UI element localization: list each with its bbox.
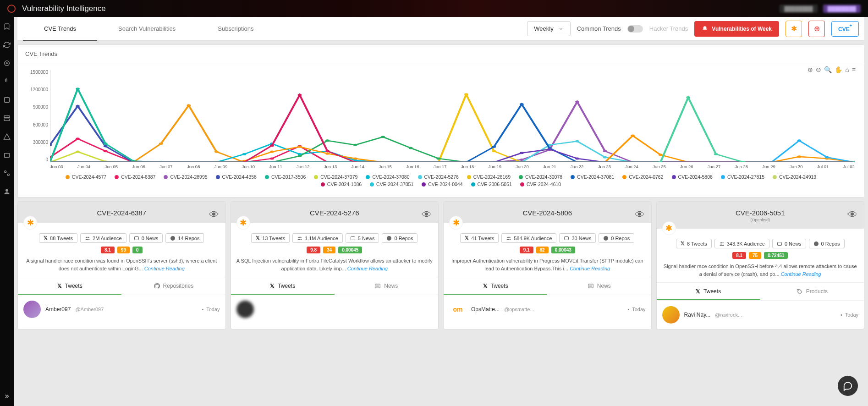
tab-cve-trends[interactable]: CVE Trends (23, 17, 97, 40)
vulnerabilities-of-week-button[interactable]: Vulnerabilities of Week (694, 21, 779, 37)
legend-item[interactable]: CVE-2024-5806 (672, 174, 713, 180)
legend-item[interactable]: CVE-2024-37080 (366, 174, 409, 180)
help-button[interactable] (838, 376, 858, 396)
tab-subscriptions[interactable]: Subscriptions (197, 17, 275, 40)
svg-point-114 (825, 156, 829, 159)
legend-item[interactable]: CVE-2017-3506 (265, 174, 306, 180)
continue-reading-link[interactable]: Continue Reading (570, 266, 610, 271)
audience-stat[interactable]: 343.3K Audience (714, 239, 769, 248)
feed-item[interactable]: Amber097@Amber097• Today (18, 295, 225, 324)
svg-point-94 (353, 157, 357, 159)
tweets-stat[interactable]: 𝕏13 Tweets (251, 233, 290, 243)
feed-item[interactable] (231, 295, 439, 324)
watch-icon[interactable]: 👁 (847, 209, 857, 221)
news-stat[interactable]: 0 News (772, 239, 806, 248)
audience-stat[interactable]: 2M Audience (80, 233, 126, 243)
hand-icon[interactable] (3, 77, 11, 86)
user-icon[interactable] (3, 187, 11, 196)
legend-item[interactable]: CVE-2024-1086 (321, 181, 362, 187)
repos-stat[interactable]: 14 Repos (165, 233, 204, 243)
refresh-icon[interactable] (3, 41, 11, 49)
svg-point-17 (76, 137, 80, 140)
card-tab-tweets[interactable]: 𝕏Tweets (231, 277, 335, 295)
cve-id: CVE-2024-6387 (23, 209, 220, 217)
news-stat[interactable]: 0 News (129, 233, 163, 243)
legend-item[interactable]: CVE-2024-27815 (721, 174, 764, 180)
legend-item[interactable]: CVE-2024-37079 (314, 174, 357, 180)
watch-icon[interactable]: 👁 (422, 209, 432, 221)
svg-point-1 (6, 63, 8, 64)
period-dropdown[interactable]: Weekly (527, 21, 570, 36)
audience-stat[interactable]: 1.1M Audience (292, 233, 343, 243)
trends-chart[interactable]: 150000012000009000006000003000000 Jun 03… (50, 70, 855, 170)
trends-toggle[interactable] (627, 25, 643, 33)
legend-item[interactable]: CVE-2006-5051 (471, 181, 512, 187)
svg-rect-4 (4, 119, 10, 121)
continue-reading-link[interactable]: Continue Reading (781, 271, 821, 277)
repos-stat[interactable]: 0 Repos (382, 233, 418, 243)
card-tab-news[interactable]: News (547, 277, 651, 295)
feed-item[interactable]: omOpsMatte...@opsmatte...• Today (444, 295, 651, 324)
plus-icon: ⊕ (814, 24, 820, 33)
legend-item[interactable]: CVE-2024-24919 (773, 174, 816, 180)
svg-point-34 (76, 105, 80, 107)
svg-point-6 (5, 171, 6, 173)
card-tab-products[interactable]: Products (760, 283, 864, 300)
layers-icon[interactable] (3, 96, 11, 104)
add-button[interactable]: ⊕ (808, 21, 825, 37)
user-name: Amber097 (45, 306, 71, 313)
legend-item[interactable]: CVE-2024-4577 (66, 174, 106, 180)
server-icon[interactable] (3, 114, 11, 122)
audience-stat[interactable]: 584.9K Audience (501, 233, 556, 243)
repos-stat[interactable]: 0 Repos (809, 239, 845, 248)
target-icon[interactable] (3, 59, 11, 67)
legend-item[interactable]: CVE-2024-37081 (571, 174, 614, 180)
legend-item[interactable]: CVE-2024-0762 (622, 174, 663, 180)
settings-icon[interactable] (3, 169, 11, 177)
legend-item[interactable]: CVE-2024-37051 (370, 181, 413, 187)
tweets-stat[interactable]: 𝕏41 Tweets (460, 233, 499, 243)
legend-item[interactable]: CVE-2024-4610 (520, 181, 561, 187)
legend-item[interactable]: CVE-2024-0044 (422, 181, 462, 187)
post-time: • Today (841, 312, 858, 318)
legend-item[interactable]: CVE-2024-28995 (164, 174, 207, 180)
news-stat[interactable]: 30 News (559, 233, 596, 243)
tab-search-vulnerabilities[interactable]: Search Vulnerabilities (97, 17, 197, 40)
expand-sidebar-icon[interactable] (3, 392, 11, 401)
tenant-pill[interactable]: ████████ (780, 5, 817, 13)
svg-point-61 (575, 140, 579, 143)
cve-plus-button[interactable]: CVE+ (831, 21, 859, 37)
continue-reading-link[interactable]: Continue Reading (144, 266, 185, 271)
legend-item[interactable]: CVE-2024-5276 (418, 174, 459, 180)
bug-button[interactable]: ✱ (786, 21, 802, 37)
user-handle: @Amber097 (75, 307, 104, 312)
bookmark-icon[interactable] (3, 22, 11, 31)
feed-item[interactable]: Ravi Nay...@ravirock...• Today (657, 300, 864, 329)
card-tab-tweets[interactable]: 𝕏Tweets (18, 277, 121, 295)
repos-stat[interactable]: 0 Repos (599, 233, 634, 243)
svg-point-8 (5, 189, 8, 192)
user-pill[interactable]: ████████ (823, 5, 861, 13)
watch-icon[interactable]: 👁 (209, 209, 219, 221)
card-tab-repositories[interactable]: Repositories (121, 277, 225, 295)
svg-point-113 (797, 139, 802, 142)
card-tab-tweets[interactable]: 𝕏Tweets (657, 283, 760, 300)
card-tab-news[interactable]: News (335, 277, 438, 295)
svg-rect-150 (565, 236, 569, 240)
svg-point-76 (381, 136, 385, 138)
card-stats: 𝕏41 Tweets584.9K Audience30 News0 Repos (444, 223, 651, 247)
legend-item[interactable]: CVE-2024-4358 (216, 174, 257, 180)
tweets-stat[interactable]: 𝕏88 Tweets (39, 233, 77, 243)
news-stat[interactable]: 5 News (346, 233, 379, 243)
card-header: CVE-2006-5051(Openbsd)👁✱ (657, 202, 864, 229)
legend-item[interactable]: CVE-2024-26169 (467, 174, 511, 180)
legend-item[interactable]: CVE-2024-30078 (519, 174, 562, 180)
card-stats: 𝕏13 Tweets1.1M Audience5 News0 Repos (231, 223, 439, 247)
tweets-stat[interactable]: 𝕏8 Tweets (676, 239, 712, 248)
continue-reading-link[interactable]: Continue Reading (347, 266, 388, 271)
legend-item[interactable]: CVE-2024-6387 (115, 174, 155, 180)
watch-icon[interactable]: 👁 (635, 209, 645, 221)
card-tab-tweets[interactable]: 𝕏Tweets (444, 277, 547, 295)
box-icon[interactable] (3, 151, 11, 159)
alert-icon[interactable] (3, 132, 11, 141)
